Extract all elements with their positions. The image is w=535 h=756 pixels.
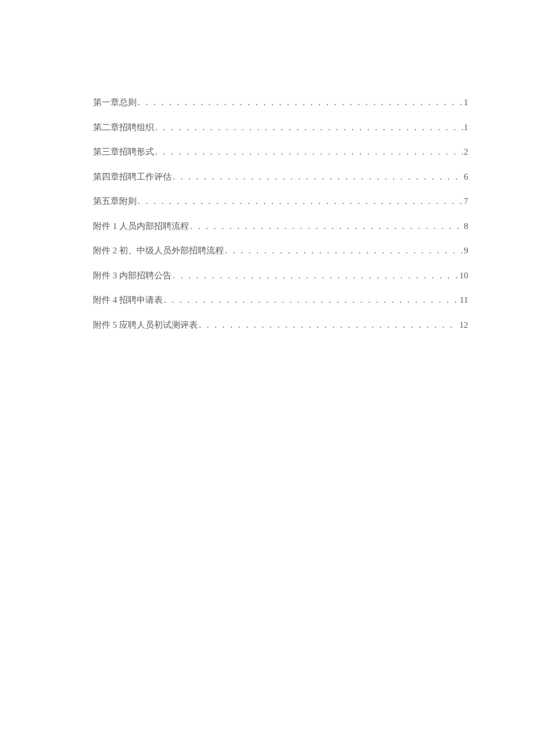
toc-page-number: 1	[464, 96, 469, 109]
toc-dots: . . . . . . . . . . . . . . . . . . . . …	[199, 318, 458, 332]
toc-page-number: 12	[459, 318, 468, 332]
toc-page-number: 10	[459, 269, 468, 282]
toc-entry: 第三章招聘形式 . . . . . . . . . . . . . . . . …	[93, 145, 468, 159]
toc-dots: . . . . . . . . . . . . . . . . . . . . …	[173, 170, 463, 184]
toc-title: 第三章招聘形式	[93, 145, 154, 159]
toc-title: 附件 1 人员内部招聘流程	[93, 220, 189, 233]
document-page: 第一章总则 . . . . . . . . . . . . . . . . . …	[0, 0, 535, 331]
toc-title: 附件 2 初、中级人员外部招聘流程	[93, 244, 224, 257]
toc-page-number: 2	[464, 145, 469, 159]
toc-page-number: 9	[464, 244, 469, 257]
toc-dots: . . . . . . . . . . . . . . . . . . . . …	[138, 96, 463, 109]
toc-entry: 附件 1 人员内部招聘流程 . . . . . . . . . . . . . …	[93, 220, 468, 233]
toc-dots: . . . . . . . . . . . . . . . . . . . . …	[190, 220, 463, 233]
toc-page-number: 1	[464, 121, 469, 134]
toc-dots: . . . . . . . . . . . . . . . . . . . . …	[225, 244, 463, 257]
toc-entry: 附件 2 初、中级人员外部招聘流程 . . . . . . . . . . . …	[93, 244, 468, 257]
toc-dots: . . . . . . . . . . . . . . . . . . . . …	[155, 121, 463, 134]
toc-title: 第四章招聘工作评估	[93, 170, 172, 184]
toc-entry: 第五章附则 . . . . . . . . . . . . . . . . . …	[93, 195, 468, 208]
toc-dots: . . . . . . . . . . . . . . . . . . . . …	[173, 269, 458, 282]
toc-page-number: 7	[464, 195, 469, 208]
toc-page-number: 6	[464, 170, 469, 184]
toc-entry: 第二章招聘组织 . . . . . . . . . . . . . . . . …	[93, 121, 468, 134]
toc-title: 附件 5 应聘人员初试测评表	[93, 318, 198, 332]
toc-entry: 附件 5 应聘人员初试测评表 . . . . . . . . . . . . .…	[93, 318, 468, 332]
toc-title: 第一章总则	[93, 96, 137, 109]
toc-dots: . . . . . . . . . . . . . . . . . . . . …	[164, 293, 459, 307]
toc-entry: 附件 4 招聘申请表 . . . . . . . . . . . . . . .…	[93, 293, 468, 307]
toc-title: 第五章附则	[93, 195, 137, 208]
toc-page-number: 8	[464, 220, 469, 233]
toc-title: 附件 4 招聘申请表	[93, 293, 163, 307]
toc-title: 第二章招聘组织	[93, 121, 154, 134]
toc-title: 附件 3 内部招聘公告	[93, 269, 172, 282]
toc-entry: 第一章总则 . . . . . . . . . . . . . . . . . …	[93, 96, 468, 109]
toc-dots: . . . . . . . . . . . . . . . . . . . . …	[155, 145, 463, 159]
toc-entry: 附件 3 内部招聘公告 . . . . . . . . . . . . . . …	[93, 269, 468, 282]
toc-page-number: 11	[460, 293, 468, 307]
toc-dots: . . . . . . . . . . . . . . . . . . . . …	[138, 195, 463, 208]
toc-entry: 第四章招聘工作评估 . . . . . . . . . . . . . . . …	[93, 170, 468, 184]
